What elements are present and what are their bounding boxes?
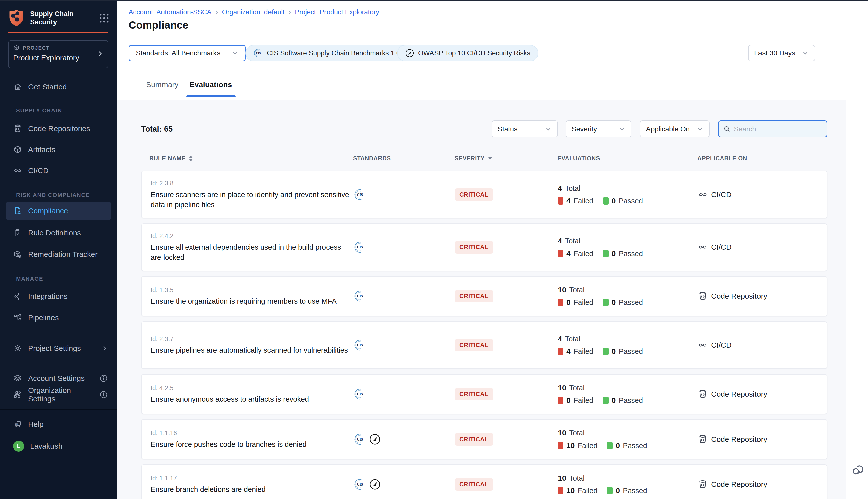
date-range-dropdown[interactable]: Last 30 Days bbox=[748, 45, 815, 61]
total-label: Total bbox=[565, 335, 580, 343]
applicable-on-cell: Code Repository bbox=[698, 465, 823, 499]
sidebar-item-remediation-tracker[interactable]: Remediation Tracker bbox=[5, 245, 111, 263]
sidebar-item-integrations[interactable]: Integrations bbox=[5, 288, 111, 305]
status-filter-dropdown[interactable]: Status bbox=[492, 121, 558, 137]
user-menu[interactable]: L Lavakush bbox=[5, 437, 111, 455]
info-icon[interactable] bbox=[99, 390, 108, 399]
standard-pill-owasp[interactable]: OWASP Top 10 CI/CD Security Risks bbox=[397, 45, 539, 61]
status-filter-label: Status bbox=[497, 125, 517, 133]
sidebar-item-get-started[interactable]: Get Started bbox=[5, 78, 111, 96]
sidebar-item-code-repositories[interactable]: Code Repositories bbox=[5, 120, 111, 137]
sidebar-item-help[interactable]: ? Help bbox=[5, 415, 111, 434]
rule-id: Id: 2.3.7 bbox=[151, 335, 173, 343]
tab-evaluations[interactable]: Evaluations bbox=[190, 80, 232, 89]
standards-dropdown[interactable]: Standards: All Benchmarks bbox=[129, 45, 246, 61]
breadcrumb-separator: › bbox=[216, 8, 218, 16]
rule-name-cell: Id: 2.3.8 Ensure scanners are in place t… bbox=[151, 171, 352, 218]
search-box bbox=[718, 121, 827, 137]
page-title: Compliance bbox=[129, 19, 188, 31]
passed-count: 0 bbox=[612, 249, 616, 258]
sidebar-item-organization-settings[interactable]: Organization Settings bbox=[5, 386, 111, 404]
rule-name-cell: Id: 1.1.16 Ensure force pushes code to b… bbox=[151, 420, 352, 459]
owasp-standard-icon bbox=[369, 434, 381, 445]
sidebar-item-label: Compliance bbox=[28, 207, 68, 215]
table-row[interactable]: Id: 2.3.7 Ensure pipelines are automatic… bbox=[141, 321, 827, 369]
cis-standard-icon bbox=[354, 339, 366, 351]
severity-cell: CRITICAL bbox=[455, 322, 493, 368]
app-window: Supply Chain Security PROJECT Product Ex… bbox=[0, 0, 868, 499]
sidebar-item-compliance[interactable]: Compliance bbox=[5, 202, 111, 220]
chevron-right-icon bbox=[96, 50, 104, 58]
table-row[interactable]: Id: 2.4.2 Ensure all external dependenci… bbox=[141, 223, 827, 271]
standards-cell bbox=[354, 375, 409, 414]
sidebar-item-pipelines[interactable]: Pipelines bbox=[5, 308, 111, 327]
evaluations-total-count: 10 bbox=[558, 474, 566, 483]
failed-label: Failed bbox=[578, 441, 598, 450]
standard-pill-label: CIS Software Supply Chain Benchmarks 1.0 bbox=[267, 49, 400, 57]
search-input[interactable] bbox=[734, 125, 822, 133]
rule-id: Id: 4.2.5 bbox=[151, 384, 173, 392]
rule-name-cell: Id: 4.2.5 Ensure anonymous access to art… bbox=[151, 375, 352, 414]
code-repository-icon bbox=[698, 435, 708, 444]
active-tab-underline bbox=[186, 95, 236, 97]
sidebar-item-cicd[interactable]: CI/CD bbox=[5, 162, 111, 180]
severity-badge: CRITICAL bbox=[455, 478, 493, 491]
sidebar-item-rule-definitions[interactable]: Rule Definitions bbox=[5, 224, 111, 242]
table-row[interactable]: Id: 4.2.5 Ensure anonymous access to art… bbox=[141, 374, 827, 414]
applicable-on-cell: Code Repository bbox=[698, 277, 823, 316]
failed-count: 10 bbox=[566, 486, 575, 495]
failed-count: 0 bbox=[566, 298, 571, 307]
failed-label: Failed bbox=[574, 348, 593, 356]
rule-name: Ensure all external dependencies used in… bbox=[151, 242, 352, 262]
column-header-applicable-on: APPLICABLE ON bbox=[698, 155, 747, 162]
sidebar-item-account-settings[interactable]: Account Settings bbox=[5, 369, 111, 387]
applicable-on-filter-dropdown[interactable]: Applicable On bbox=[640, 121, 710, 137]
table-body: Id: 2.3.8 Ensure scanners are in place t… bbox=[141, 171, 827, 499]
cis-standard-icon bbox=[354, 388, 366, 400]
failed-label: Failed bbox=[578, 487, 598, 495]
breadcrumb-project[interactable]: Project: Product Exploratory bbox=[295, 8, 379, 16]
tabs: Summary Evaluations bbox=[117, 72, 846, 100]
applicable-on-filter-label: Applicable On bbox=[646, 125, 690, 133]
severity-badge: CRITICAL bbox=[455, 290, 493, 303]
total-label: Total bbox=[569, 429, 584, 437]
cis-logo-icon bbox=[253, 48, 263, 58]
evaluations-total-count: 10 bbox=[558, 285, 566, 294]
passed-label: Passed bbox=[618, 250, 643, 258]
column-header-rule-name[interactable]: RULE NAME bbox=[149, 155, 193, 162]
sidebar-item-project-settings[interactable]: Project Settings bbox=[5, 339, 111, 357]
tab-summary[interactable]: Summary bbox=[146, 80, 178, 89]
project-selector[interactable]: PROJECT Product Exploratory bbox=[8, 40, 108, 68]
column-header-evaluations: EVALUATIONS bbox=[557, 155, 600, 162]
integrations-icon bbox=[13, 292, 22, 301]
severity-filter-label: Severity bbox=[571, 125, 597, 133]
severity-filter-dropdown[interactable]: Severity bbox=[566, 121, 631, 137]
passed-marker-icon bbox=[607, 442, 613, 449]
column-header-severity[interactable]: SEVERITY bbox=[455, 155, 492, 162]
feedback-chat-icon[interactable] bbox=[851, 462, 864, 476]
sidebar-divider bbox=[8, 364, 109, 364]
code-repository-icon bbox=[13, 124, 22, 133]
breadcrumb-organization[interactable]: Organization: default bbox=[222, 8, 285, 16]
project-cube-icon bbox=[13, 45, 20, 51]
severity-badge: CRITICAL bbox=[455, 433, 493, 446]
sidebar-item-label: Integrations bbox=[28, 292, 68, 301]
breadcrumb-account[interactable]: Account: Automation-SSCA bbox=[129, 8, 212, 16]
total-label: Total bbox=[565, 184, 580, 193]
app-grid-icon[interactable] bbox=[99, 13, 110, 24]
applicable-on-label: Code Repository bbox=[711, 390, 767, 398]
date-range-label: Last 30 Days bbox=[754, 49, 795, 57]
info-icon[interactable] bbox=[99, 374, 108, 383]
standard-pill-cis[interactable]: CIS Software Supply Chain Benchmarks 1.0 bbox=[245, 45, 408, 61]
table-row[interactable]: Id: 1.1.17 Ensure branch deletions are d… bbox=[141, 464, 827, 499]
total-label: Total bbox=[565, 237, 580, 245]
cis-standard-icon bbox=[354, 188, 366, 200]
rule-name-cell: Id: 2.3.7 Ensure pipelines are automatic… bbox=[151, 322, 352, 368]
sort-icon bbox=[189, 156, 193, 161]
sidebar-item-artifacts[interactable]: Artifacts bbox=[5, 141, 111, 159]
table-row[interactable]: Id: 1.1.16 Ensure force pushes code to b… bbox=[141, 419, 827, 459]
table-row[interactable]: Id: 1.3.5 Ensure the organization is req… bbox=[141, 276, 827, 316]
table-row[interactable]: Id: 2.3.8 Ensure scanners are in place t… bbox=[141, 171, 827, 218]
sidebar-item-label: Account Settings bbox=[28, 374, 85, 382]
standards-cell bbox=[354, 420, 409, 459]
